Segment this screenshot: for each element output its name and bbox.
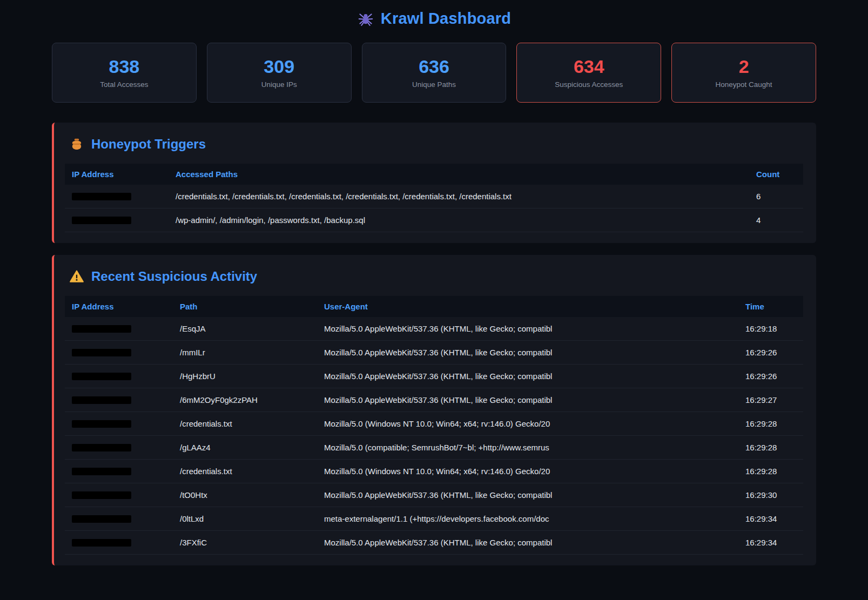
- path-cell: /gLAAz4: [173, 436, 317, 459]
- honeypot-panel: Honeypot Triggers IP Address Accessed Pa…: [52, 123, 816, 243]
- time-cell: 16:29:28: [738, 460, 803, 483]
- user-agent-cell: Mozilla/5.0 AppleWebKit/537.36 (KHTML, l…: [317, 341, 738, 364]
- stat-card-total-accesses: 838 Total Accesses: [52, 43, 197, 103]
- ip-cell: [65, 208, 169, 232]
- suspicious-table: IP Address Path User-Agent Time /EsqJA M…: [65, 296, 803, 555]
- suspicious-row: /gLAAz4 Mozilla/5.0 (compatible; Semrush…: [65, 436, 803, 460]
- honeypot-table-header: IP Address Accessed Paths Count: [65, 164, 803, 185]
- suspicious-row: /tO0Htx Mozilla/5.0 AppleWebKit/537.36 (…: [65, 483, 803, 507]
- redacted-ip: [72, 217, 131, 224]
- suspicious-row: /0ltLxd meta-externalagent/1.1 (+https:/…: [65, 507, 803, 531]
- spider-icon: [357, 10, 374, 28]
- stat-label: Honeypot Caught: [716, 80, 772, 89]
- stat-value: 838: [109, 57, 140, 76]
- user-agent-cell: Mozilla/5.0 (compatible; SemrushBot/7~bl…: [317, 436, 738, 459]
- time-cell: 16:29:18: [738, 317, 803, 340]
- honeypot-table-body: /credentials.txt, /credentials.txt, /cre…: [65, 185, 803, 232]
- time-cell: 16:29:34: [738, 531, 803, 554]
- stat-value: 636: [419, 57, 449, 76]
- time-cell: 16:29:28: [738, 412, 803, 435]
- time-cell: 16:29:27: [738, 388, 803, 412]
- ip-cell: [65, 185, 169, 208]
- ip-cell: [65, 341, 173, 364]
- ip-cell: [65, 317, 173, 340]
- path-cell: /HgHzbrU: [173, 365, 317, 388]
- count-cell: 4: [749, 208, 803, 232]
- redacted-ip: [72, 420, 131, 428]
- user-agent-cell: Mozilla/5.0 (Windows NT 10.0; Win64; x64…: [317, 412, 738, 435]
- suspicious-row: /HgHzbrU Mozilla/5.0 AppleWebKit/537.36 …: [65, 365, 803, 388]
- redacted-ip: [72, 325, 131, 333]
- stat-value: 309: [264, 57, 294, 76]
- suspicious-row: /credentials.txt Mozilla/5.0 (Windows NT…: [65, 460, 803, 483]
- ip-cell: [65, 412, 173, 435]
- path-cell: /credentials.txt: [173, 412, 317, 435]
- honeypot-table: IP Address Accessed Paths Count /credent…: [65, 164, 803, 232]
- path-cell: /0ltLxd: [173, 507, 317, 530]
- krawl-dashboard-page: Krawl Dashboard 838 Total Accesses 309 U…: [0, 0, 868, 600]
- time-cell: 16:29:26: [738, 341, 803, 364]
- time-cell: 16:29:28: [738, 436, 803, 459]
- suspicious-row: /6mM2OyF0gk2zPAH Mozilla/5.0 AppleWebKit…: [65, 388, 803, 412]
- col-header-path: Path: [173, 296, 317, 317]
- stat-label: Unique IPs: [261, 80, 297, 89]
- ip-cell: [65, 507, 173, 530]
- honeypot-title: Honeypot Triggers: [91, 137, 206, 152]
- honeypot-panel-title: Honeypot Triggers: [69, 137, 803, 152]
- ip-cell: [65, 388, 173, 412]
- suspicious-table-header: IP Address Path User-Agent Time: [65, 296, 803, 317]
- time-cell: 16:29:34: [738, 507, 803, 530]
- page-title: Krawl Dashboard: [381, 10, 512, 28]
- ip-cell: [65, 365, 173, 388]
- count-cell: 6: [749, 185, 803, 208]
- col-header-ip: IP Address: [65, 164, 169, 185]
- user-agent-cell: Mozilla/5.0 AppleWebKit/537.36 (KHTML, l…: [317, 317, 738, 340]
- stat-label: Unique Paths: [412, 80, 456, 89]
- user-agent-cell: meta-externalagent/1.1 (+https://develop…: [317, 507, 738, 530]
- suspicious-row: /credentials.txt Mozilla/5.0 (Windows NT…: [65, 412, 803, 436]
- path-cell: /tO0Htx: [173, 483, 317, 507]
- col-header-accessed-paths: Accessed Paths: [169, 164, 749, 185]
- stat-label: Suspicious Accesses: [555, 80, 623, 89]
- redacted-ip: [72, 193, 131, 200]
- honeypot-row: /wp-admin/, /admin/login, /passwords.txt…: [65, 208, 803, 232]
- path-cell: /3FXfiC: [173, 531, 317, 554]
- col-header-user-agent: User-Agent: [317, 296, 738, 317]
- user-agent-cell: Mozilla/5.0 AppleWebKit/537.36 (KHTML, l…: [317, 483, 738, 507]
- stat-card-unique-ips: 309 Unique IPs: [207, 43, 352, 103]
- col-header-count: Count: [749, 164, 803, 185]
- path-cell: /credentials.txt: [173, 460, 317, 483]
- user-agent-cell: Mozilla/5.0 AppleWebKit/537.36 (KHTML, l…: [317, 365, 738, 388]
- user-agent-cell: Mozilla/5.0 AppleWebKit/537.36 (KHTML, l…: [317, 388, 738, 412]
- suspicious-row: /EsqJA Mozilla/5.0 AppleWebKit/537.36 (K…: [65, 317, 803, 341]
- redacted-ip: [72, 349, 131, 356]
- user-agent-cell: Mozilla/5.0 (Windows NT 10.0; Win64; x64…: [317, 460, 738, 483]
- honeypot-row: /credentials.txt, /credentials.txt, /cre…: [65, 185, 803, 208]
- redacted-ip: [72, 444, 131, 451]
- redacted-ip: [72, 515, 131, 523]
- accessed-paths-cell: /wp-admin/, /admin/login, /passwords.txt…: [169, 208, 749, 232]
- ip-cell: [65, 483, 173, 507]
- suspicious-table-body: /EsqJA Mozilla/5.0 AppleWebKit/537.36 (K…: [65, 317, 803, 555]
- suspicious-row: /mmILr Mozilla/5.0 AppleWebKit/537.36 (K…: [65, 341, 803, 365]
- stat-value: 2: [739, 57, 749, 76]
- time-cell: 16:29:26: [738, 365, 803, 388]
- path-cell: /mmILr: [173, 341, 317, 364]
- suspicious-row: /3FXfiC Mozilla/5.0 AppleWebKit/537.36 (…: [65, 531, 803, 555]
- ip-cell: [65, 460, 173, 483]
- path-cell: /6mM2OyF0gk2zPAH: [173, 388, 317, 412]
- stat-card-unique-paths: 636 Unique Paths: [362, 43, 507, 103]
- redacted-ip: [72, 468, 131, 475]
- stat-card-suspicious-accesses: 634 Suspicious Accesses: [516, 43, 661, 103]
- stat-card-honeypot-caught: 2 Honeypot Caught: [671, 43, 816, 103]
- stats-row: 838 Total Accesses 309 Unique IPs 636 Un…: [52, 43, 816, 103]
- ip-cell: [65, 531, 173, 554]
- path-cell: /EsqJA: [173, 317, 317, 340]
- accessed-paths-cell: /credentials.txt, /credentials.txt, /cre…: [169, 185, 749, 208]
- redacted-ip: [72, 539, 131, 547]
- suspicious-panel-title: Recent Suspicious Activity: [69, 269, 803, 284]
- page-header: Krawl Dashboard: [52, 0, 816, 43]
- stat-label: Total Accesses: [100, 80, 148, 89]
- col-header-ip: IP Address: [65, 296, 173, 317]
- ip-cell: [65, 436, 173, 459]
